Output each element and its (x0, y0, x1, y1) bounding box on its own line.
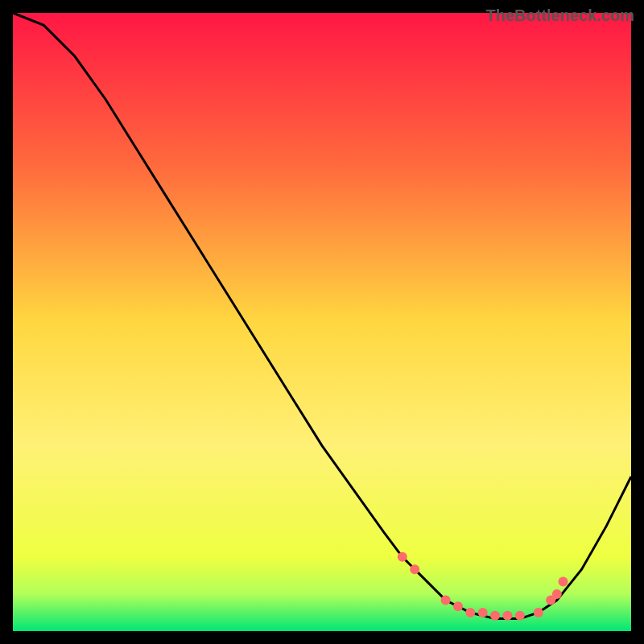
highlight-marker (534, 608, 543, 617)
highlight-marker (478, 608, 488, 617)
highlight-marker (453, 601, 463, 611)
highlight-markers-group (398, 552, 568, 621)
highlight-marker (490, 611, 500, 621)
bottleneck-curve-line (13, 13, 631, 619)
highlight-marker (515, 611, 525, 621)
highlight-marker (465, 608, 475, 617)
highlight-marker (552, 589, 562, 599)
highlight-marker (398, 552, 407, 562)
chart-plot-area (13, 13, 631, 631)
highlight-marker (410, 564, 419, 574)
highlight-marker (559, 577, 568, 587)
watermark-text: TheBottleneck.com (486, 6, 634, 25)
highlight-marker (441, 596, 451, 605)
highlight-marker (502, 611, 512, 621)
chart-svg (13, 13, 631, 631)
